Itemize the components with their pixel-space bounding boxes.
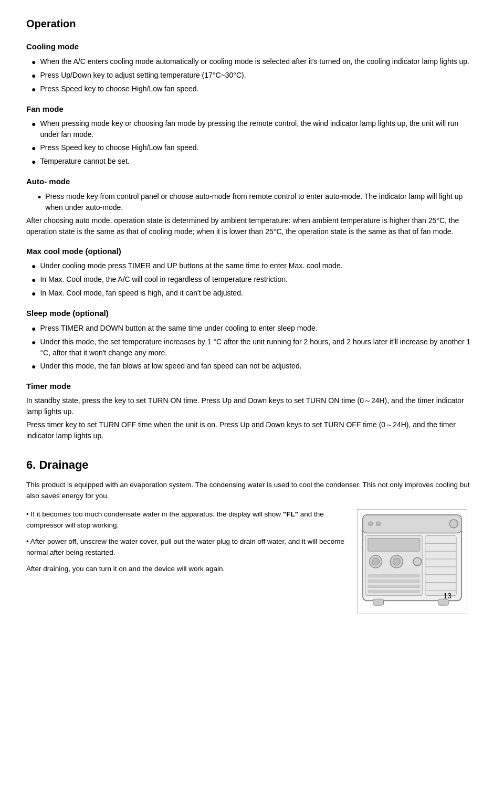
page-title: Operation	[26, 16, 478, 31]
list-item: Press TIMER and DOWN button at the same …	[26, 323, 478, 334]
drainage-intro: This product is equipped with an evapora…	[26, 480, 478, 502]
fan-mode-list: When pressing mode key or choosing fan m…	[26, 118, 478, 167]
list-item: In Max. Cool mode, the A/C will cool in …	[26, 274, 478, 286]
list-item: Under this mode, the set temperature inc…	[26, 336, 478, 358]
list-item: Press Speed key to choose High/Low fan s…	[26, 142, 478, 154]
max-cool-mode-heading: Max cool mode (optional)	[26, 246, 478, 258]
list-item: Press Up/Down key to adjust setting temp…	[26, 70, 478, 81]
drainage-text-block: • If it becomes too much condensate wate…	[26, 509, 346, 617]
fan-mode-heading: Fan mode	[26, 103, 478, 115]
list-item: Temperature cannot be set.	[26, 156, 478, 167]
svg-point-13	[372, 558, 380, 565]
svg-rect-18	[368, 579, 420, 582]
svg-point-23	[449, 520, 458, 528]
svg-point-22	[376, 522, 381, 526]
svg-rect-20	[368, 590, 420, 593]
svg-rect-19	[368, 585, 420, 587]
svg-point-15	[393, 558, 400, 565]
sleep-mode-section: Sleep mode (optional) Press TIMER and DO…	[26, 308, 478, 372]
list-item: When pressing mode key or choosing fan m…	[26, 118, 478, 140]
drainage-section: 6. Drainage This product is equipped wit…	[26, 456, 478, 617]
timer-mode-body: Press timer key to set TURN OFF time whe…	[26, 419, 478, 441]
drainage-content: • If it becomes too much condensate wate…	[26, 509, 478, 617]
timer-mode-section: Timer mode In standby state, press the k…	[26, 381, 478, 442]
list-item: Under this mode, the fan blows at low sp…	[26, 361, 478, 372]
fan-mode-section: Fan mode When pressing mode key or choos…	[26, 103, 478, 168]
list-item: Press Speed key to choose High/Low fan s…	[26, 83, 478, 95]
cooling-mode-heading: Cooling mode	[26, 41, 478, 53]
svg-rect-2	[425, 535, 456, 595]
page-number: 13	[443, 590, 452, 602]
svg-rect-17	[368, 575, 420, 577]
cooling-mode-section: Cooling mode When the A/C enters cooling…	[26, 41, 478, 95]
sleep-mode-heading: Sleep mode (optional)	[26, 308, 478, 320]
drainage-after-drain-text: After draining, you can turn it on and t…	[26, 564, 346, 575]
list-item: Under cooling mode press TIMER and UP bu…	[26, 260, 478, 272]
drainage-after-power-text: • After power off, unscrew the water cov…	[26, 536, 346, 558]
timer-mode-heading: Timer mode	[26, 381, 478, 393]
svg-rect-11	[368, 538, 420, 551]
cooling-mode-list: When the A/C enters cooling mode automat…	[26, 56, 478, 95]
auto-mode-heading: Auto- mode	[26, 176, 478, 188]
svg-rect-24	[373, 599, 384, 605]
auto-mode-section: Auto- mode Press mode key from control p…	[26, 176, 478, 237]
svg-point-21	[369, 522, 373, 526]
timer-mode-sub-bullet: In standby state, press the key to set T…	[26, 395, 478, 417]
auto-mode-body: After choosing auto mode, operation stat…	[26, 215, 478, 237]
drainage-if-text: • If it becomes too much condensate wate…	[26, 509, 346, 531]
list-item: When the A/C enters cooling mode automat…	[26, 56, 478, 68]
list-item: In Max. Cool mode, fan speed is high, an…	[26, 288, 478, 299]
drainage-image-container	[357, 509, 478, 617]
svg-point-16	[413, 557, 422, 566]
sleep-mode-list: Press TIMER and DOWN button at the same …	[26, 323, 478, 372]
drainage-heading: 6. Drainage	[26, 456, 478, 473]
max-cool-mode-list: Under cooling mode press TIMER and UP bu…	[26, 260, 478, 299]
max-cool-mode-section: Max cool mode (optional) Under cooling m…	[26, 246, 478, 300]
auto-mode-sub-bullet: Press mode key from control panel or cho…	[26, 191, 478, 213]
